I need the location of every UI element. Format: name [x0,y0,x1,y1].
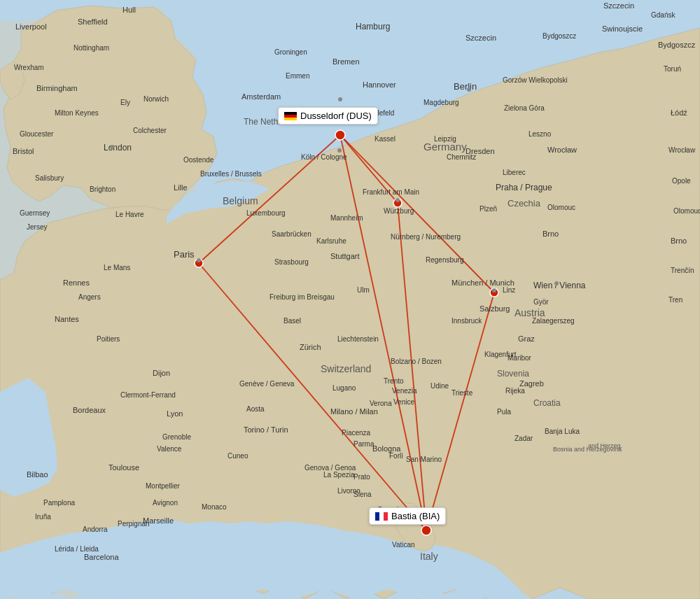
svg-text:Czechia: Czechia [507,198,541,209]
svg-text:Udine: Udine [430,382,449,390]
svg-text:Bristol: Bristol [13,147,34,155]
svg-text:Colchester: Colchester [133,127,167,134]
svg-text:La Spezia: La Spezia [323,471,355,479]
svg-text:Brno: Brno [542,230,559,238]
svg-point-155 [467,87,471,92]
svg-text:Freiburg im Breisgau: Freiburg im Breisgau [270,293,335,301]
svg-text:Stuttgart: Stuttgart [330,252,360,260]
svg-text:Saarbrücken: Saarbrücken [272,230,312,238]
svg-text:Emmen: Emmen [286,72,309,80]
svg-text:Norwich: Norwich [144,95,169,103]
svg-text:Olomouc: Olomouc [547,204,575,211]
svg-text:Perugia: Perugia [378,506,402,514]
airport-dot-dus [335,130,345,140]
svg-text:Lérida / Lleida: Lérida / Lleida [55,545,99,553]
svg-text:Toulouse: Toulouse [108,463,139,472]
svg-text:Groningen: Groningen [274,48,307,56]
svg-text:Basel: Basel [284,317,301,325]
svg-text:Brno: Brno [671,237,687,245]
svg-text:Nürnberg / Nuremberg: Nürnberg / Nuremberg [391,233,461,241]
svg-text:Banja Luka: Banja Luka [545,428,580,435]
svg-text:Luxembourg: Luxembourg [246,209,286,217]
svg-text:Italy: Italy [420,551,438,562]
svg-text:Gorzów Wielkopolski: Gorzów Wielkopolski [503,76,568,84]
svg-text:Torino / Turin: Torino / Turin [244,425,288,434]
svg-text:Bydgoszcz: Bydgoszcz [542,32,576,40]
svg-text:Rijeka: Rijeka [505,387,525,395]
svg-text:Bielefeld: Bielefeld [368,109,394,117]
svg-text:Oostende: Oostende [183,156,214,164]
svg-text:Milano / Milan: Milano / Milan [330,407,378,416]
svg-text:London: London [104,143,132,153]
svg-text:Würzburg: Würzburg [384,207,414,215]
svg-text:Györ: Györ [533,298,549,306]
svg-text:Wien / Vienna: Wien / Vienna [533,281,586,290]
svg-text:Venice: Venice [393,398,414,406]
svg-text:Birmingham: Birmingham [36,84,78,92]
svg-text:Trento: Trento [384,377,404,385]
svg-text:Wrexham: Wrexham [14,64,44,71]
svg-text:Leszno: Leszno [528,130,552,138]
svg-text:Bilbao: Bilbao [27,470,48,479]
svg-text:Tren: Tren [668,296,682,304]
city-dot-cologne [337,148,342,153]
svg-text:Belgium: Belgium [223,195,258,206]
svg-text:Le Mans: Le Mans [104,264,130,272]
svg-text:Innsbruck: Innsbruck [451,317,482,325]
svg-text:Lugano: Lugano [332,384,356,392]
svg-text:Siena: Siena [354,491,372,498]
svg-text:Plzeň: Plzeň [479,205,497,213]
svg-text:Ely: Ely [120,99,130,106]
svg-text:Switzerland: Switzerland [321,363,371,374]
svg-text:Bolzano / Bozen: Bolzano / Bozen [391,358,442,365]
svg-text:Slovenia: Slovenia [497,369,529,379]
svg-text:Kassel: Kassel [374,135,396,143]
svg-text:Hull: Hull [122,6,136,14]
label-sheffield: Sheffield [78,17,108,26]
svg-text:Montpellier: Montpellier [146,482,181,490]
svg-text:Le Havre: Le Havre [115,211,144,218]
city-dot-paris [197,258,201,262]
map-container: Sheffield Hull Liverpool Wrexham Notting… [0,0,700,599]
svg-text:Ulm: Ulm [357,286,370,294]
svg-text:Magdeburg: Magdeburg [424,99,459,106]
svg-text:and Herzeg.: and Herzeg. [588,442,622,449]
svg-text:Jersey: Jersey [27,223,47,231]
svg-text:Prato: Prato [354,473,370,481]
svg-text:Mannheim: Mannheim [330,214,363,222]
svg-text:Karlsruhe: Karlsruhe [316,237,346,245]
city-dot-munich [492,288,496,293]
svg-text:Hamburg: Hamburg [356,22,390,31]
svg-text:Zielona Góra: Zielona Góra [504,104,545,112]
svg-text:Avignon: Avignon [153,499,178,507]
svg-text:Grenoble: Grenoble [162,433,192,441]
svg-text:Paris: Paris [174,249,195,260]
svg-text:Lille: Lille [174,183,188,192]
svg-text:The Netherlands: The Netherlands [244,117,306,127]
svg-text:Zadar: Zadar [514,435,533,442]
svg-text:Clermont-Ferrand: Clermont-Ferrand [120,391,176,399]
svg-text:Szczecin: Szczecin [603,1,634,10]
svg-text:Trenčín: Trenčín [671,267,694,274]
map-svg: Sheffield Hull Liverpool Wrexham Notting… [0,0,700,599]
city-dot-london [110,145,114,149]
svg-text:Salzburg: Salzburg [479,304,510,313]
svg-text:Andorra: Andorra [83,526,108,533]
svg-text:Pula: Pula [497,408,511,416]
svg-text:Cuneo: Cuneo [227,452,248,460]
svg-text:Opole: Opole [672,177,691,185]
svg-text:Regensburg: Regensburg [426,256,463,264]
svg-text:Frankfurt am Main: Frankfurt am Main [363,188,419,196]
svg-text:Bydgoszcz: Bydgoszcz [658,41,696,49]
svg-text:San Marino: San Marino [406,456,442,463]
svg-text:Iruña: Iruña [35,513,51,521]
svg-text:Berlin: Berlin [454,81,477,92]
svg-text:Monaco: Monaco [202,503,227,511]
svg-text:Hannover: Hannover [363,80,396,89]
svg-text:Toruń: Toruń [664,65,681,73]
svg-text:Valence: Valence [157,445,182,453]
svg-text:Barcelona: Barcelona [84,553,119,561]
svg-text:Praha / Prague: Praha / Prague [496,183,552,192]
svg-text:Liechtenstein: Liechtenstein [337,335,379,343]
svg-text:Gdańsk: Gdańsk [651,11,676,19]
